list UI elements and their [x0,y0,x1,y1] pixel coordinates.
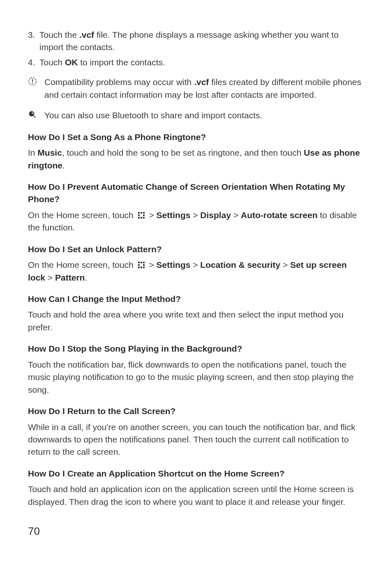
text: > [280,260,290,269]
text: > [231,210,241,220]
section-heading: How Do I Return to the Call Screen? [28,405,364,417]
section-heading: How Do I Prevent Automatic Change of Scr… [28,181,364,206]
paragraph: Touch and hold the area where you write … [28,308,364,334]
svg-point-2 [32,83,33,84]
section-heading: How Do I Set a Song As a Phone Ringtone? [28,131,364,143]
ordered-list: 3. Touch the .vcf file. The phone displa… [28,29,364,69]
text: > [45,273,55,282]
text: Compatibility problems may occur with [44,77,194,87]
text: to import the contacts. [78,58,165,67]
text: > [190,260,200,269]
section-heading: How Can I Change the Input Method? [28,293,364,305]
section-heading: How Do I Create an Application Shortcut … [28,467,364,480]
svg-rect-9 [143,214,145,216]
text: > [147,260,157,269]
paragraph: Touch the notification bar, flick downwa… [28,359,364,396]
bold-text: .vcf [79,30,94,39]
text: > [190,210,200,220]
bold-text: OK [65,58,78,67]
text: On the Home screen, touch [28,210,136,220]
svg-rect-7 [143,212,145,214]
paragraph: On the Home screen, touch > Settings > L… [28,259,364,284]
svg-rect-1 [32,79,33,82]
svg-rect-6 [141,212,142,214]
bold-text: Pattern [55,273,85,282]
text: Touch [39,58,65,67]
svg-rect-19 [141,267,142,268]
svg-rect-12 [143,217,145,219]
svg-rect-14 [141,262,142,263]
paragraph: Touch and hold an application icon on th… [28,483,364,508]
apps-grid-icon [138,212,145,219]
text: Touch the [39,30,79,39]
note-body: Compatibility problems may occur with .v… [44,76,364,101]
list-number: 3. [28,29,39,54]
bold-text: .vcf [194,77,209,87]
svg-point-4 [32,113,34,114]
apps-grid-icon [138,261,145,269]
svg-rect-13 [138,262,140,263]
svg-rect-8 [138,214,140,216]
tip-note: You can also use Bluetooth to share and … [28,109,364,122]
text: On the Home screen, touch [28,260,136,269]
svg-rect-16 [138,264,140,266]
svg-rect-17 [143,264,145,266]
bold-text: Music [37,148,62,157]
note-body: You can also use Bluetooth to share and … [44,109,364,122]
svg-point-3 [29,111,35,117]
list-body: Touch OK to import the contacts. [39,56,364,69]
list-number: 4. [28,56,39,69]
text: In [28,148,37,157]
text: . [62,161,65,170]
section-heading: How Do I Stop the Song Playing in the Ba… [28,343,364,355]
text: . [85,273,87,282]
tip-icon [28,109,44,119]
bold-text: Auto-rotate screen [241,210,318,220]
svg-rect-15 [143,262,145,263]
section-heading: How Do I Set an Unlock Pattern? [28,243,364,256]
page-number: 70 [28,524,364,539]
bold-text: Settings [157,210,191,220]
paragraph: On the Home screen, touch > Settings > D… [28,209,364,234]
list-item: 3. Touch the .vcf file. The phone displa… [28,29,364,54]
svg-rect-11 [141,217,142,219]
svg-rect-5 [138,212,140,214]
svg-rect-20 [143,267,145,268]
svg-rect-18 [138,267,140,268]
paragraph: In Music, touch and hold the song to be … [28,147,364,172]
list-body: Touch the .vcf file. The phone displays … [39,29,364,54]
svg-rect-10 [138,217,140,219]
caution-icon [28,76,44,86]
list-item: 4. Touch OK to import the contacts. [28,56,364,69]
paragraph: While in a call, if you're on another sc… [28,421,364,458]
text: > [147,210,157,220]
bold-text: Location & security [200,260,280,269]
bold-text: Display [200,210,231,220]
text: , touch and hold the song to be set as r… [62,148,304,157]
caution-note: Compatibility problems may occur with .v… [28,76,364,101]
bold-text: Settings [157,260,191,269]
